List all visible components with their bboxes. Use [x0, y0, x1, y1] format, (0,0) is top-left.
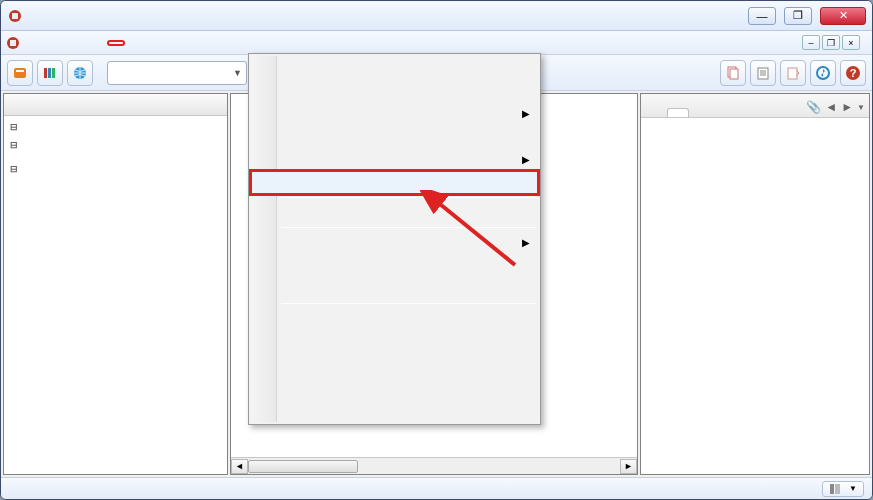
svg-text:?: ? [850, 67, 857, 79]
sync-button[interactable] [810, 60, 836, 86]
svg-rect-1 [12, 13, 18, 19]
prev-icon[interactable]: ◄ [825, 100, 837, 114]
menu-edit[interactable] [47, 40, 65, 46]
dropdown-icon[interactable]: ▼ [857, 103, 865, 112]
svg-rect-3 [10, 40, 16, 46]
svg-rect-13 [788, 68, 797, 79]
menu-library-summary[interactable] [251, 353, 538, 376]
group-my[interactable]: ⊟ [4, 136, 227, 154]
menu-sync[interactable] [251, 201, 538, 224]
minimize-button[interactable]: — [748, 7, 776, 25]
svg-rect-7 [48, 68, 51, 78]
mdi-minimize[interactable]: – [802, 35, 820, 50]
paperclip-icon[interactable]: 📎 [806, 100, 821, 114]
menu-link-term[interactable] [251, 277, 538, 300]
menu-recover-library[interactable] [251, 330, 538, 353]
svg-rect-5 [16, 70, 24, 72]
menu-subject-bibliography[interactable] [251, 376, 538, 399]
scroll-right-button[interactable]: ► [620, 459, 637, 474]
menu-references[interactable] [67, 40, 85, 46]
chevron-down-icon: ▼ [849, 484, 857, 493]
menu-tools[interactable] [107, 40, 125, 46]
copy-button[interactable] [720, 60, 746, 86]
svg-rect-8 [52, 68, 55, 78]
doc-icon [5, 35, 21, 51]
menubar: – ❐ × [1, 31, 872, 55]
svg-rect-4 [14, 68, 26, 78]
status-bar: ▼ [1, 477, 872, 499]
preview-body [641, 118, 869, 130]
find-update-button[interactable] [780, 60, 806, 86]
group-online[interactable]: ⊟ [4, 160, 227, 178]
svg-rect-18 [835, 484, 840, 494]
horizontal-scrollbar[interactable]: ◄ ► [231, 457, 637, 474]
mdi-restore[interactable]: ❐ [822, 35, 840, 50]
preview-panel: 📎 ◄ ► ▼ [640, 93, 870, 475]
menu-spell-check[interactable] [251, 79, 538, 102]
svg-rect-6 [44, 68, 47, 78]
library-sidebar: ⊟ ⊟ ⊟ [3, 93, 228, 475]
library-header [4, 94, 227, 116]
menu-search-library[interactable] [251, 56, 538, 79]
svg-rect-11 [730, 69, 738, 79]
menu-window[interactable] [127, 40, 145, 46]
new-ref-button[interactable] [750, 60, 776, 86]
maximize-button[interactable]: ❐ [784, 7, 812, 25]
chevron-down-icon: ▼ [233, 68, 242, 78]
group-unfiled[interactable]: ⊟ [4, 118, 227, 136]
menu-open-term[interactable]: ▶ [251, 231, 538, 254]
menu-file[interactable] [27, 40, 45, 46]
menu-change-move-copy[interactable] [251, 171, 538, 194]
tab-preview[interactable] [667, 108, 689, 117]
globe-button[interactable] [67, 60, 93, 86]
menu-define-term[interactable] [251, 254, 538, 277]
menu-sort-library[interactable] [251, 307, 538, 330]
help-button[interactable]: ? [840, 60, 866, 86]
scroll-left-button[interactable]: ◄ [231, 459, 248, 474]
tab-reference[interactable] [645, 108, 667, 117]
layout-icon [829, 483, 841, 495]
library-tree: ⊟ ⊟ ⊟ [4, 116, 227, 474]
close-button[interactable]: ✕ [820, 7, 866, 25]
app-window: — ❐ ✕ – ❐ × ▼ [0, 0, 873, 500]
style-select[interactable]: ▼ [107, 61, 247, 85]
menu-groups[interactable] [87, 40, 105, 46]
menu-manuscript-templates[interactable] [251, 399, 538, 422]
mode-button[interactable] [7, 60, 33, 86]
menu-cite[interactable]: ▶ [251, 102, 538, 125]
menu-help[interactable] [147, 40, 165, 46]
mdi-close[interactable]: × [842, 35, 860, 50]
scroll-thumb[interactable] [248, 460, 358, 473]
preview-tabs: 📎 ◄ ► ▼ [641, 94, 869, 118]
mdi-controls: – ❐ × [802, 35, 860, 50]
next-icon[interactable]: ► [841, 100, 853, 114]
titlebar: — ❐ ✕ [1, 1, 872, 31]
books-button[interactable] [37, 60, 63, 86]
layout-button[interactable]: ▼ [822, 481, 864, 497]
svg-rect-17 [830, 484, 834, 494]
menu-format-paper[interactable]: ▶ [251, 148, 538, 171]
menu-online-search[interactable] [251, 125, 538, 148]
app-icon [7, 8, 23, 24]
tools-menu-dropdown: ▶ ▶ ▶ [248, 53, 541, 425]
